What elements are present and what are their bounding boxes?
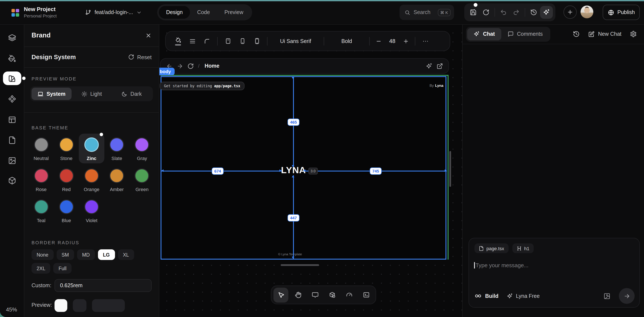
search-input[interactable]: Search ⌘ K <box>400 5 454 20</box>
performance-tool-button[interactable] <box>342 288 356 302</box>
app-logo[interactable] <box>12 9 19 16</box>
design-canvas[interactable]: Ui Sans Serif Bold 48 / Home <box>159 24 462 317</box>
font-family-select[interactable]: Ui Sans Serif <box>270 38 321 44</box>
comment-tool-button[interactable] <box>308 288 322 302</box>
theme-swatch-teal[interactable]: Teal <box>28 196 54 226</box>
reset-button[interactable]: Reset <box>128 54 152 60</box>
radius-option-sm[interactable]: SM <box>56 249 74 260</box>
theme-swatch-stone[interactable]: Stone <box>54 134 79 163</box>
theme-swatch-violet[interactable]: Violet <box>79 196 104 226</box>
theme-swatch-orange[interactable]: Orange <box>79 165 104 194</box>
radius-option-md[interactable]: MD <box>77 249 95 260</box>
message-input[interactable]: Type your message... <box>474 262 528 269</box>
hand-tool-button[interactable] <box>290 288 306 302</box>
preview-mode-system[interactable]: System <box>32 88 72 100</box>
theme-swatch-gray[interactable]: Gray <box>130 134 154 163</box>
select-tool-button[interactable] <box>274 288 288 302</box>
radius-option-lg[interactable]: LG <box>98 249 115 260</box>
theme-swatch-slate[interactable]: Slate <box>104 134 129 163</box>
redo-button[interactable] <box>510 6 522 19</box>
attach-image-button[interactable] <box>604 293 610 299</box>
zoom-level[interactable]: 45% <box>6 306 17 313</box>
branch-selector[interactable]: feat/add-login-... <box>85 7 142 17</box>
new-chat-button[interactable]: New Chat <box>588 31 622 37</box>
context-chip-element[interactable]: h1 <box>512 243 534 253</box>
font-weight-select[interactable]: Bold <box>327 38 366 44</box>
theme-swatch-amber[interactable]: Amber <box>104 165 129 194</box>
tab-comments[interactable]: Comments <box>501 28 549 40</box>
vertical-scrollbar[interactable] <box>449 151 451 187</box>
sidebar-item-assets[interactable] <box>3 154 21 167</box>
preview-mode-dark[interactable]: Dark <box>112 88 152 100</box>
ai-sparkles-button[interactable] <box>540 6 553 19</box>
sidebar-item-layers[interactable] <box>3 31 21 44</box>
ai-sparkles-icon[interactable] <box>426 63 432 69</box>
publish-button[interactable]: Publish <box>603 5 640 20</box>
theme-swatch-blue[interactable]: Blue <box>54 196 79 226</box>
close-icon[interactable] <box>145 32 152 38</box>
sidebar-item-pages[interactable] <box>3 133 21 147</box>
tab-chat[interactable]: Chat <box>467 28 501 40</box>
radius-option-xl[interactable]: XL <box>118 249 134 260</box>
console-tool-button[interactable] <box>359 288 374 302</box>
sidebar-item-brand[interactable] <box>3 71 21 85</box>
sidebar-item-packages[interactable] <box>3 174 21 187</box>
sidebar-item-layout[interactable] <box>3 113 21 126</box>
chat-panel: Chat Comments New Chat <box>462 24 644 317</box>
undo-button[interactable] <box>497 6 510 19</box>
fill-color-button[interactable] <box>171 34 185 48</box>
refresh-button[interactable] <box>480 6 492 19</box>
layout-mobile-button[interactable] <box>235 34 250 48</box>
unsaved-dot <box>474 3 478 7</box>
sidebar-item-components[interactable] <box>3 92 21 105</box>
sidebar-item-fill[interactable] <box>3 51 21 65</box>
preview-mode-light[interactable]: Light <box>72 88 112 100</box>
model-select[interactable]: Lyna Free <box>507 293 540 299</box>
avatar[interactable] <box>580 5 593 18</box>
chat-history-icon[interactable] <box>573 31 580 37</box>
project-info[interactable]: New Project Personal Project <box>24 6 57 18</box>
radius-option-full[interactable]: Full <box>54 263 72 274</box>
tab-preview[interactable]: Preview <box>217 6 251 19</box>
open-external-icon[interactable] <box>436 63 443 69</box>
chat-composer[interactable]: page.tsx h1 Type your message... Build <box>468 238 640 308</box>
custom-radius-input[interactable]: 0.625rem <box>54 279 152 292</box>
corner-radius-button[interactable] <box>200 34 214 48</box>
tab-design[interactable]: Design <box>159 6 190 19</box>
theme-swatch-neutral[interactable]: Neutral <box>28 134 54 163</box>
save-button[interactable] <box>467 6 480 19</box>
more-options-button[interactable] <box>418 34 433 48</box>
radius-option-none[interactable]: None <box>32 249 54 260</box>
page-title[interactable]: Home <box>205 63 219 69</box>
file-icon <box>8 136 16 144</box>
new-chat-label: New Chat <box>598 31 622 37</box>
theme-name: Rose <box>36 187 47 192</box>
forward-icon[interactable] <box>177 63 183 69</box>
theme-swatch-rose[interactable]: Rose <box>28 165 54 194</box>
components-tool-button[interactable] <box>324 288 340 302</box>
globe-icon <box>608 9 614 15</box>
search-icon <box>405 9 410 15</box>
send-button[interactable] <box>619 288 635 304</box>
tab-code[interactable]: Code <box>190 6 217 19</box>
font-size-value[interactable]: 48 <box>384 38 400 44</box>
reload-icon[interactable] <box>188 63 194 69</box>
layout-frame-button[interactable] <box>250 34 264 48</box>
text-align-button[interactable] <box>185 34 200 48</box>
theme-swatch-zinc[interactable]: Zinc <box>79 134 104 163</box>
context-chip-file[interactable]: page.tsx <box>474 243 508 253</box>
design-system-row: Design System Reset <box>24 47 159 68</box>
radius-option-2xl[interactable]: 2XL <box>32 263 50 274</box>
canvas-tool-dock <box>271 286 376 304</box>
mode-select[interactable]: Build <box>474 292 498 300</box>
theme-swatch-green[interactable]: Green <box>130 165 154 194</box>
version-history-icon[interactable] <box>527 6 540 19</box>
font-size-increase-button[interactable] <box>400 34 412 48</box>
layout-tablet-button[interactable] <box>221 34 235 48</box>
font-size-decrease-button[interactable] <box>373 34 384 48</box>
add-button[interactable] <box>564 5 577 19</box>
gear-icon[interactable] <box>630 31 637 37</box>
theme-swatch-red[interactable]: Red <box>54 165 79 194</box>
selected-element-tag[interactable]: body <box>159 68 175 75</box>
horizontal-scrollbar[interactable] <box>281 264 319 266</box>
